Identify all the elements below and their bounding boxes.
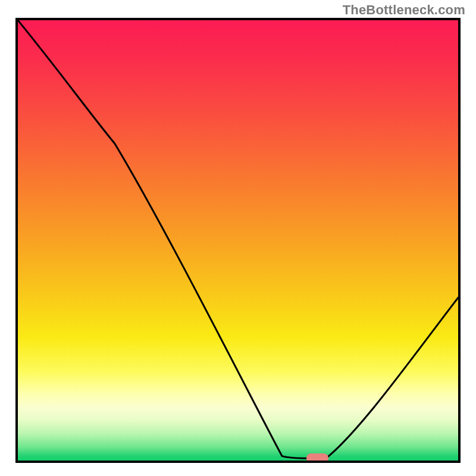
chart-container: TheBottleneck.com (0, 0, 476, 476)
optimal-marker (306, 453, 328, 463)
watermark-text: TheBottleneck.com (343, 2, 465, 18)
bottleneck-curve (18, 20, 458, 461)
plot-area (15, 18, 461, 463)
